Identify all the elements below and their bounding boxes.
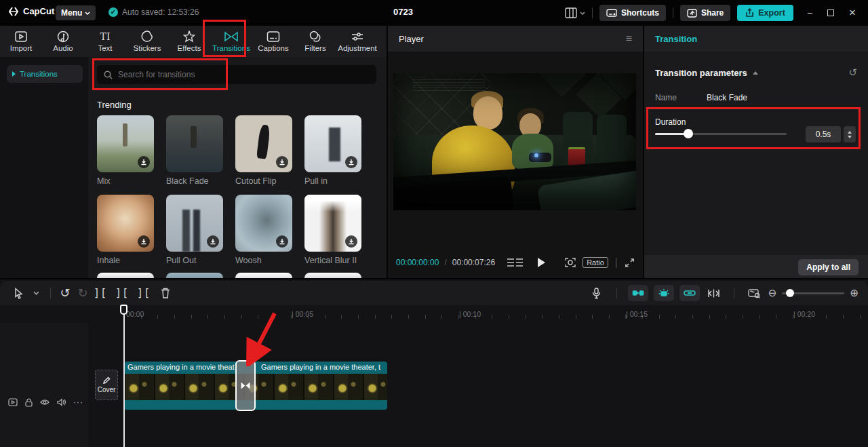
transition-card-pull-out[interactable]: Pull Out [166, 195, 223, 274]
step-up-icon[interactable] [848, 131, 852, 134]
transition-thumbnail[interactable] [166, 195, 223, 252]
timeline-toolbar: ↺ ↻ ][ ][ ][ [0, 281, 868, 305]
transition-card-black-fade[interactable]: Black Fade [166, 115, 223, 195]
transition-bowtie-icon [240, 381, 251, 390]
cover-button[interactable]: Cover [95, 370, 118, 400]
share-button[interactable]: Share [680, 5, 730, 21]
transition-thumbnail[interactable] [166, 115, 223, 172]
timeline-transition-element[interactable] [235, 360, 256, 411]
select-tool-dropdown[interactable] [27, 284, 45, 302]
export-button[interactable]: Export [737, 5, 793, 21]
show-transitions-button[interactable] [705, 284, 723, 302]
minimize-button[interactable]: − [807, 7, 812, 18]
pencil-icon [102, 376, 111, 385]
download-icon [345, 235, 357, 248]
shortcuts-icon [606, 9, 617, 17]
transition-card-woosh[interactable]: Woosh [235, 195, 292, 274]
select-tool[interactable] [9, 284, 27, 302]
split-right-button[interactable]: ][ [135, 284, 153, 302]
transition-thumbnail[interactable] [235, 195, 292, 252]
fullscreen-icon[interactable] [625, 258, 635, 268]
magnetic-snap-toggle[interactable] [628, 285, 648, 301]
timeline-ruler[interactable]: 00:00 00:05 00:10 00:15 00:20 [88, 307, 868, 323]
top-bar: CapCut Menu ✓ Auto saved: 12:53:26 0723 … [0, 0, 868, 26]
playhead-line[interactable] [123, 307, 125, 447]
search-input[interactable] [118, 70, 370, 79]
microphone-icon [592, 288, 601, 299]
link-toggle[interactable] [679, 285, 700, 301]
zoom-in-icon[interactable]: ⊕ [850, 287, 859, 299]
duration-value[interactable]: 0.5s [806, 126, 841, 142]
clip-filmstrip[interactable] [124, 374, 387, 400]
sidebar-item-transitions[interactable]: Transitions [7, 65, 83, 83]
transition-card-pull-in[interactable]: Pull in [304, 115, 361, 195]
transition-thumbnail[interactable] [304, 195, 361, 252]
transition-card-inhale[interactable]: Inhale [97, 195, 154, 274]
duration-stepper[interactable] [844, 126, 856, 142]
split-left-button[interactable]: ][ [92, 284, 109, 302]
play-button[interactable] [538, 258, 545, 267]
step-down-icon[interactable] [848, 136, 852, 138]
collapse-icon[interactable] [753, 71, 758, 75]
current-timecode: 00:00:00:00 [396, 258, 439, 267]
menu-button[interactable]: Menu [56, 5, 96, 20]
divider [592, 7, 593, 18]
frame-preview-icon [748, 288, 760, 298]
ratio-button[interactable]: Ratio [583, 257, 608, 268]
tab-adjustment[interactable]: Adjustment [336, 31, 378, 52]
split-button[interactable]: ][ [113, 284, 131, 302]
adjustment-icon [351, 31, 364, 43]
shortcuts-button[interactable]: Shortcuts [599, 5, 666, 21]
transition-thumbnail[interactable] [235, 115, 292, 172]
transition-thumbnail[interactable] [304, 115, 361, 172]
tab-audio[interactable]: Audio [42, 31, 84, 52]
download-icon [207, 235, 219, 248]
zoom-out-icon[interactable]: ⊖ [768, 287, 777, 299]
lock-icon[interactable] [25, 398, 33, 407]
transition-card-vertical-blur[interactable]: Vertical Blur II [304, 195, 361, 274]
transitions-icon [224, 31, 239, 43]
duration-slider[interactable] [655, 133, 787, 135]
maximize-button[interactable] [827, 9, 834, 16]
timeline-zoom-slider[interactable] [782, 292, 844, 294]
tab-filters[interactable]: Filters [294, 31, 336, 52]
tab-effects[interactable]: Effects [168, 31, 210, 52]
project-title: 0723 [393, 7, 413, 17]
player-menu-icon[interactable]: ≡ [626, 33, 632, 45]
video-preview[interactable] [393, 73, 636, 210]
undo-button[interactable]: ↺ [56, 284, 74, 302]
tab-text[interactable]: TI Text [84, 31, 126, 52]
focus-scan-icon[interactable] [565, 257, 576, 268]
ruler-label: 00:05 [292, 310, 313, 318]
search-icon [104, 71, 113, 79]
transition-thumbnail[interactable] [97, 195, 154, 252]
video-clip-row[interactable]: Gamers playing in a movie theat Gamers p… [124, 362, 387, 410]
record-voiceover-button[interactable] [588, 284, 606, 302]
preview-frame-button[interactable] [745, 284, 763, 302]
speaker-icon[interactable] [57, 398, 66, 406]
slider-knob[interactable] [684, 129, 693, 138]
delete-button[interactable] [157, 284, 174, 302]
close-button[interactable]: × [849, 6, 856, 20]
params-header[interactable]: Transition parameters [655, 68, 747, 78]
apply-to-all-button[interactable]: Apply to all [798, 259, 859, 275]
tab-stickers[interactable]: Stickers [126, 31, 168, 52]
zoom-knob[interactable] [786, 289, 794, 297]
reset-icon[interactable]: ↺ [848, 66, 857, 79]
tab-import[interactable]: Import [0, 31, 42, 52]
auto-preview-toggle[interactable] [654, 285, 674, 301]
eye-icon[interactable] [40, 399, 50, 406]
tab-captions[interactable]: Captions [252, 31, 294, 52]
preview-quality-icon[interactable] [507, 258, 523, 267]
playhead-handle[interactable] [120, 305, 127, 315]
transition-thumbnail[interactable] [97, 115, 154, 172]
more-icon[interactable]: ··· [73, 397, 83, 407]
player-panel: Player ≡ 00:00 [388, 26, 643, 279]
layout-switcher[interactable] [565, 7, 585, 18]
chevron-down-icon [85, 12, 90, 15]
tab-transitions[interactable]: Transitions [210, 31, 252, 52]
transition-card-mix[interactable]: Mix [97, 115, 154, 195]
transition-card-cutout-flip[interactable]: Cutout Flip [235, 115, 292, 195]
search-box[interactable] [97, 65, 376, 84]
layout-icon [565, 7, 577, 18]
